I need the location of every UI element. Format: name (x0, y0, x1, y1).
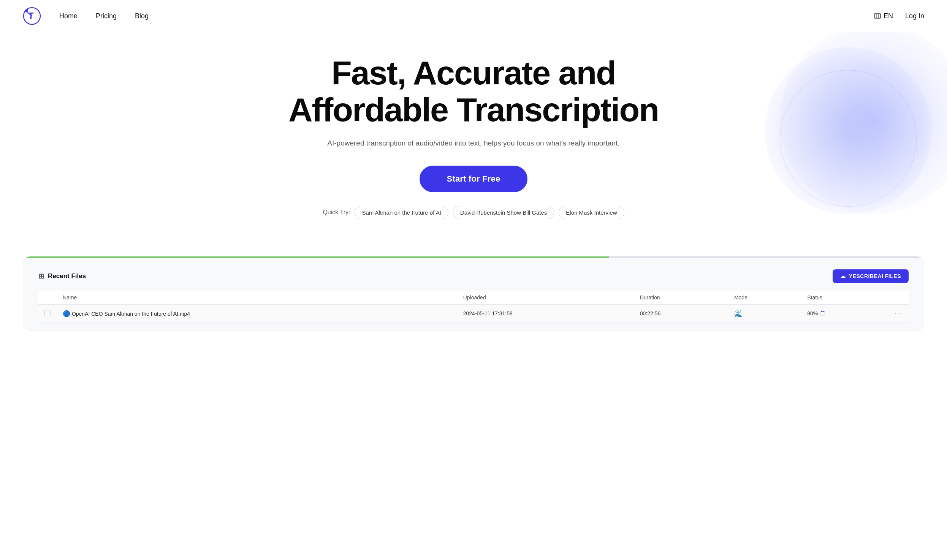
navbar-left: T Home Pricing Blog (23, 7, 149, 25)
hero-title: Fast, Accurate and Affordable Transcript… (264, 55, 683, 128)
demo-recent-files-label: ⊞ Recent Files (38, 272, 86, 280)
yescribeai-files-label: YESCRIBEAI FILES (849, 273, 901, 279)
demo-header: ⊞ Recent Files ☁ YESCRIBEAI FILES (38, 269, 909, 283)
demo-inner: ⊞ Recent Files ☁ YESCRIBEAI FILES Name U… (23, 258, 924, 330)
recent-files-text: Recent Files (48, 272, 86, 280)
svg-rect-4 (874, 14, 881, 18)
grid-icon: ⊞ (38, 272, 44, 280)
row-name: 🔵 OpenAI CEO Sam Altman on the Future of… (57, 305, 457, 323)
row-duration: 00:22:56 (634, 305, 728, 323)
hero-content: Fast, Accurate and Affordable Transcript… (15, 55, 932, 219)
table-row[interactable]: 🔵 OpenAI CEO Sam Altman on the Future of… (38, 305, 909, 323)
nav-blog[interactable]: Blog (135, 12, 149, 20)
quick-try-chip-2[interactable]: David Rubenstein Show Bill Gates (453, 206, 554, 219)
navbar: T Home Pricing Blog EN Log In (0, 0, 947, 32)
language-selector[interactable]: EN (874, 12, 893, 20)
col-uploaded: Uploaded (457, 291, 634, 305)
row-status: 80% (801, 305, 888, 323)
quick-try-chip-1[interactable]: Sam Altman on the Future of AI (355, 206, 448, 219)
hero-subtitle: AI-powered transcription of audio/video … (15, 139, 932, 147)
status-loading: 80% (807, 310, 882, 316)
quick-try-section: Quick Try: Sam Altman on the Future of A… (15, 206, 932, 219)
quick-try-label: Quick Try: (323, 209, 350, 216)
logo[interactable]: T (23, 7, 41, 25)
row-checkbox[interactable] (38, 305, 57, 323)
col-status: Status (801, 291, 888, 305)
col-checkbox (38, 291, 57, 305)
row-mode: 🌊 (728, 305, 801, 323)
file-emoji: 🔵 (63, 310, 70, 317)
files-table: Name Uploaded Duration Mode Status 🔵 Ope… (38, 291, 909, 323)
status-percent: 80% (807, 310, 818, 316)
nav-home[interactable]: Home (59, 12, 78, 20)
svg-point-2 (25, 9, 28, 12)
svg-text:T: T (28, 11, 34, 21)
yescribeai-files-button[interactable]: ☁ YESCRIBEAI FILES (833, 269, 909, 283)
col-mode: Mode (728, 291, 801, 305)
actions-menu-icon[interactable]: ··· (895, 310, 903, 317)
col-duration: Duration (634, 291, 728, 305)
hero-section: Fast, Accurate and Affordable Transcript… (0, 32, 947, 245)
col-name: Name (57, 291, 457, 305)
mode-wave-icon: 🌊 (734, 310, 743, 317)
navbar-right: EN Log In (874, 12, 924, 20)
upload-icon: ☁ (840, 273, 846, 279)
row-actions[interactable]: ··· (888, 305, 909, 323)
start-for-free-button[interactable]: Start for Free (420, 166, 528, 192)
nav-links: Home Pricing Blog (59, 12, 149, 20)
row-uploaded: 2024-05-11 17:31:58 (457, 305, 634, 323)
quick-try-chip-3[interactable]: Elon Musk Interview (559, 206, 624, 219)
login-button[interactable]: Log In (905, 12, 924, 20)
checkbox[interactable] (44, 310, 51, 316)
demo-section: ⊞ Recent Files ☁ YESCRIBEAI FILES Name U… (23, 256, 924, 331)
col-actions (888, 291, 909, 305)
loading-spinner (820, 311, 825, 316)
lang-label: EN (884, 12, 893, 20)
nav-pricing[interactable]: Pricing (96, 12, 117, 20)
